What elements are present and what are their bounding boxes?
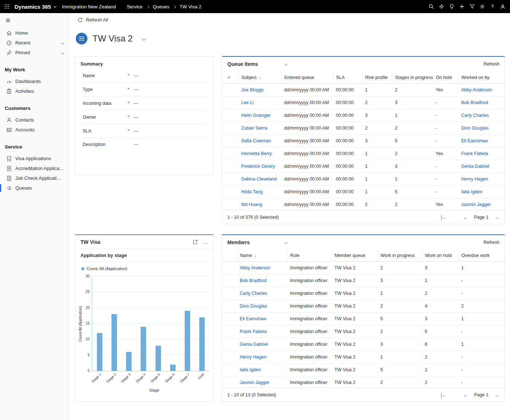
column-header-on-hold[interactable]: On hold [433, 71, 458, 84]
org-name[interactable]: Immigration New Zealand [62, 4, 116, 9]
subject-link[interactable]: Lee Li [241, 100, 254, 105]
name-link[interactable]: Carly Charles [240, 291, 267, 296]
sidebar-item-dashboards[interactable]: Dashboards [0, 76, 68, 86]
app-title[interactable]: Dynamics 365 [15, 4, 56, 10]
refresh-all-button[interactable]: Refresh All [75, 17, 110, 23]
help-icon[interactable]: ? [490, 4, 495, 9]
queue-items-collapse-icon[interactable] [285, 63, 287, 66]
name-link[interactable]: Ialla Igden [240, 367, 261, 372]
table-row[interactable]: Frederick Gentrydd/mm/yyyy 00:00 AM00:00… [222, 160, 505, 173]
row-select-cell[interactable] [222, 338, 237, 351]
row-select-cell[interactable] [222, 96, 238, 109]
worked-on-by-link[interactable]: Genia Gabriel [461, 164, 489, 169]
row-select-cell[interactable] [222, 287, 237, 300]
name-link[interactable]: Genia Gabriel [240, 342, 268, 347]
subject-link[interactable]: Md Huang [241, 202, 262, 207]
worked-on-by-link[interactable]: Dion Douglas [461, 126, 489, 131]
row-select-cell[interactable] [222, 364, 237, 376]
subject-link[interactable]: Sabina Cleveland [241, 177, 277, 182]
row-select-cell[interactable] [222, 122, 238, 135]
column-header-entered-queue[interactable]: Entered queue [281, 71, 333, 84]
row-select-cell[interactable] [222, 274, 237, 287]
app-launcher-button[interactable] [0, 0, 14, 13]
table-row[interactable]: Henry HagenImmigration officerTW Visa 21… [222, 351, 505, 364]
table-row[interactable]: Helin Graingerdd/mm/yyyy 00:00 AM00:00:0… [222, 109, 505, 122]
field-value[interactable]: --- [134, 101, 138, 106]
table-row[interactable]: Zubair Sierradd/mm/yyyy 00:00 AM00:00:00… [222, 122, 505, 135]
row-select-cell[interactable] [222, 186, 238, 198]
breadcrumb-item-service[interactable]: Service [127, 4, 142, 9]
name-link[interactable]: Frank Fabela [240, 329, 267, 334]
worked-on-by-link[interactable]: Ialla Igden [461, 189, 482, 194]
account-icon[interactable] [500, 4, 506, 9]
table-row[interactable]: Henrietta Berrydd/mm/yyyy 00:00 AM00:00:… [222, 147, 505, 160]
prev-page-button[interactable]: ← [463, 214, 468, 220]
row-select-cell[interactable] [222, 351, 237, 364]
name-link[interactable]: Bob Bradford [240, 278, 267, 283]
select-all-header[interactable]: ✓ [222, 71, 238, 84]
sidebar-item-activities[interactable]: Activities [0, 86, 68, 96]
name-link[interactable]: Henry Hagen [240, 354, 267, 360]
table-row[interactable]: Genia GabrielImmigration officerTW Visa … [222, 338, 505, 351]
column-header-member-queue[interactable]: Member queue [332, 250, 377, 262]
worked-on-by-link[interactable]: Abby Anderson [461, 87, 492, 92]
row-select-cell[interactable] [222, 173, 238, 186]
column-header-name[interactable]: Name↓ [237, 250, 287, 262]
worked-on-by-link[interactable]: Carly Charles [461, 113, 489, 118]
row-select-cell[interactable] [222, 198, 238, 211]
first-page-button[interactable]: |← [441, 392, 447, 398]
search-icon[interactable] [428, 4, 434, 9]
settings-icon[interactable] [479, 4, 485, 9]
row-select-cell[interactable] [222, 160, 238, 173]
sidebar-item-job-check-applications[interactable]: Job Check Applications [0, 173, 68, 183]
column-header-subject[interactable]: Subject↓ [238, 71, 281, 84]
name-link[interactable]: Abby Anderson [240, 265, 271, 270]
field-value[interactable]: --- [134, 142, 138, 147]
next-page-button[interactable]: → [494, 214, 499, 220]
row-select-cell[interactable] [222, 109, 238, 122]
field-value[interactable]: --- [134, 73, 138, 78]
table-row[interactable]: Md Huangdd/mm/yyyy 00:00 AM00:00:0022Yes… [222, 198, 505, 211]
sidebar-item-queues[interactable]: Queues [0, 183, 68, 193]
prev-page-button[interactable]: ← [463, 392, 468, 398]
table-row[interactable]: Ialla IgdenImmigration officerTW Visa 25… [222, 364, 505, 376]
field-value[interactable]: --- [134, 115, 138, 120]
row-select-cell[interactable] [222, 262, 237, 274]
worked-on-by-link[interactable]: Bob Bradford [461, 100, 488, 105]
table-row[interactable]: Sabina Clevelanddd/mm/yyyy 00:00 AM00:00… [222, 173, 505, 186]
queue-items-refresh-button[interactable]: Refresh [483, 62, 499, 67]
subject-link[interactable]: Hilda Tang [241, 189, 263, 194]
field-value[interactable]: --- [134, 128, 138, 134]
table-row[interactable]: Jasmin JaggerImmigration officerTW Visa … [222, 376, 505, 389]
table-row[interactable]: Carly CharlesImmigration officerTW Visa … [222, 287, 505, 300]
members-collapse-icon[interactable] [285, 241, 287, 244]
table-row[interactable]: Frank FabelaImmigration officerTW Visa 2… [222, 325, 505, 338]
add-icon[interactable] [459, 4, 465, 9]
sidebar-item-contacts[interactable]: Contacts [0, 115, 68, 125]
row-select-cell[interactable] [222, 325, 237, 338]
first-page-button[interactable]: |← [441, 214, 447, 220]
name-link[interactable]: Dion Douglas [240, 304, 267, 309]
expand-chart-icon[interactable] [192, 239, 198, 245]
row-select-cell[interactable] [222, 300, 237, 313]
row-select-cell[interactable] [222, 135, 238, 147]
sidebar-item-recent[interactable]: Recent [0, 38, 68, 48]
sidebar-item-accreditation-applica[interactable]: Accreditation Applica... [0, 163, 68, 173]
table-row[interactable]: Bob BradfordImmigration officerTW Visa 2… [222, 274, 505, 287]
column-header-work-on-hold[interactable]: Work on hold [422, 250, 458, 262]
column-header-risk-profile[interactable]: Risk profile [362, 71, 392, 84]
subject-link[interactable]: Frederick Gentry [241, 164, 275, 169]
row-select-cell[interactable] [222, 376, 237, 389]
column-header-role[interactable]: Role [287, 250, 332, 262]
table-row[interactable]: Dion DouglasImmigration officerTW Visa 2… [222, 300, 505, 313]
title-chevron-icon[interactable] [142, 36, 146, 40]
table-row[interactable]: Abby AndersonImmigration officerTW Visa … [222, 262, 505, 274]
worked-on-by-link[interactable]: Henry Hagen [461, 177, 488, 182]
table-row[interactable]: Hilda Tangdd/mm/yyyy 00:00 AM00:00:0015-… [222, 186, 505, 198]
subject-link[interactable]: Henrietta Berry [241, 151, 272, 156]
sidebar-item-home[interactable]: Home [0, 28, 68, 38]
worked-on-by-link[interactable]: Frank Fabela [461, 151, 488, 156]
name-link[interactable]: Jasmin Jagger [240, 380, 269, 385]
subject-link[interactable]: Helin Grainger [241, 113, 271, 118]
sidebar-item-visa-applications[interactable]: Visa Applications [0, 154, 68, 163]
